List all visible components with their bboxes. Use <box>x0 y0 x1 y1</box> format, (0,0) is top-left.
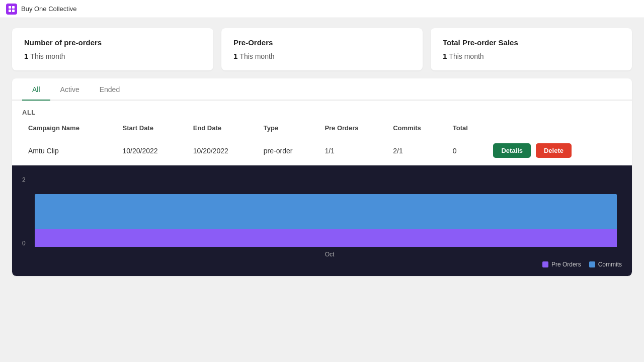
cell-start-date: 10/20/2022 <box>117 136 187 165</box>
tabs-bar: All Active Ended <box>12 78 632 101</box>
chart-x-label-oct: Oct <box>325 251 335 258</box>
titlebar: Buy One Collective <box>0 0 644 18</box>
col-commits: Commits <box>387 120 447 136</box>
col-actions <box>487 120 622 136</box>
chart-section: 2 0 Oct Pre Orders Commits <box>12 165 632 276</box>
col-type: Type <box>258 120 319 136</box>
campaigns-table: Campaign Name Start Date End Date Type P… <box>22 120 622 165</box>
tab-all[interactable]: All <box>22 78 50 101</box>
stats-row: Number of pre-orders 1This month Pre-Ord… <box>12 28 632 70</box>
chart-bar-preorders <box>35 229 617 247</box>
chart-bar-commits <box>35 194 617 229</box>
col-campaign-name: Campaign Name <box>22 120 117 136</box>
svg-rect-2 <box>9 10 11 12</box>
chart-y-labels: 2 0 <box>22 176 26 247</box>
table-row: Amtu Clip 10/20/2022 10/20/2022 pre-orde… <box>22 136 622 165</box>
chart-bars-area <box>30 176 622 247</box>
legend-preorders: Pre Orders <box>542 261 581 268</box>
col-start-date: Start Date <box>117 120 187 136</box>
chart-x-labels: Oct <box>22 251 622 258</box>
cell-pre-orders: 1/1 <box>318 136 387 165</box>
legend-dot-commits <box>589 261 595 267</box>
stat-card-preorders-count: Number of pre-orders 1This month <box>12 28 213 70</box>
cell-commits: 2/1 <box>387 136 447 165</box>
chart-legend: Pre Orders Commits <box>22 261 622 268</box>
chart-y-label-2: 2 <box>22 176 26 184</box>
legend-label-preorders: Pre Orders <box>551 261 581 268</box>
svg-rect-1 <box>12 6 15 9</box>
tab-ended[interactable]: Ended <box>90 78 130 101</box>
legend-commits: Commits <box>589 261 622 268</box>
cell-type: pre-order <box>258 136 319 165</box>
stat-value-2: 1This month <box>443 52 620 60</box>
stat-value-1: 1This month <box>233 52 411 60</box>
table-container: ALL Campaign Name Start Date End Date Ty… <box>12 101 632 165</box>
stat-title-1: Pre-Orders <box>233 38 411 47</box>
col-total: Total <box>447 120 488 136</box>
stat-title-0: Number of pre-orders <box>24 38 201 47</box>
legend-label-commits: Commits <box>598 261 622 268</box>
table-header: Campaign Name Start Date End Date Type P… <box>22 120 622 136</box>
main-content: Number of pre-orders 1This month Pre-Ord… <box>0 18 644 362</box>
tab-active[interactable]: Active <box>50 78 90 101</box>
delete-button[interactable]: Delete <box>536 143 572 158</box>
svg-rect-0 <box>9 6 11 9</box>
app-title: Buy One Collective <box>21 5 77 13</box>
col-pre-orders: Pre Orders <box>318 120 387 136</box>
cell-end-date: 10/20/2022 <box>187 136 258 165</box>
stat-card-preorders: Pre-Orders 1This month <box>221 28 423 70</box>
legend-dot-preorders <box>542 261 548 267</box>
cell-actions: Details Delete <box>487 136 622 165</box>
table-body: Amtu Clip 10/20/2022 10/20/2022 pre-orde… <box>22 136 622 165</box>
campaigns-table-section: All Active Ended ALL Campaign Name Start… <box>12 78 632 276</box>
cell-campaign-name: Amtu Clip <box>22 136 117 165</box>
chart-area: 2 0 <box>22 175 622 247</box>
stat-title-2: Total Pre-order Sales <box>443 38 620 47</box>
section-label: ALL <box>22 101 622 120</box>
stat-card-sales: Total Pre-order Sales 1This month <box>431 28 632 70</box>
cell-total: 0 <box>447 136 488 165</box>
app-logo <box>6 4 17 15</box>
details-button[interactable]: Details <box>493 143 531 158</box>
svg-rect-3 <box>12 10 15 12</box>
col-end-date: End Date <box>187 120 258 136</box>
stat-value-0: 1This month <box>24 52 201 60</box>
logo-icon <box>8 6 15 13</box>
chart-y-label-0: 0 <box>22 240 26 247</box>
